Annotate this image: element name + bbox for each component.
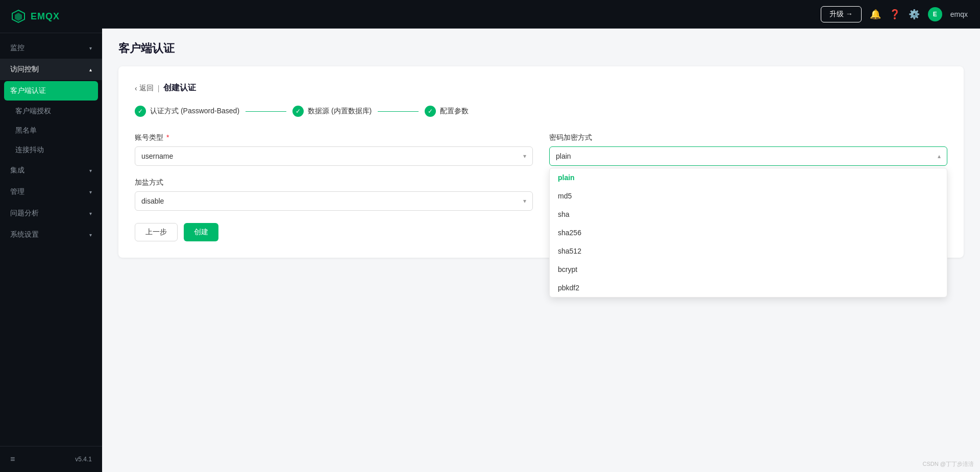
password-hash-label: 密码加密方式 — [549, 133, 947, 142]
sidebar-item-diagnosis[interactable]: 问题分析 ▾ — [0, 203, 102, 224]
settings-icon[interactable]: ⚙️ — [909, 9, 920, 20]
option-bcrypt[interactable]: bcrypt — [550, 260, 947, 279]
option-md5[interactable]: md5 — [550, 187, 947, 205]
upgrade-button[interactable]: 升级 → — [821, 6, 862, 22]
svg-marker-1 — [15, 13, 22, 21]
page-title: 客户端认证 — [118, 41, 964, 56]
salt-method-label: 加盐方式 — [135, 178, 533, 187]
chevron-down-icon: ▾ — [89, 45, 92, 51]
password-hash-group: 密码加密方式 plain ▴ plain md5 sha sha256 sha5… — [549, 133, 947, 166]
step-1-icon: ✓ — [135, 106, 146, 117]
steps-indicator: ✓ 认证方式 (Password-Based) ✓ 数据源 (内置数据库) ✓ … — [135, 106, 947, 117]
breadcrumb: ‹ 返回 | 创建认证 — [135, 83, 947, 93]
sidebar-item-integration[interactable]: 集成 ▾ — [0, 160, 102, 181]
chevron-left-icon: ‹ — [135, 84, 137, 92]
sidebar-item-rate-limit[interactable]: 连接抖动 — [0, 140, 102, 160]
create-button[interactable]: 创建 — [184, 223, 218, 241]
step-2-label: 数据源 (内置数据库) — [308, 107, 372, 116]
sidebar-item-blacklist[interactable]: 黑名单 — [0, 121, 102, 140]
sidebar-item-management[interactable]: 管理 ▾ — [0, 181, 102, 203]
chevron-down-icon: ▾ — [89, 232, 92, 238]
option-sha256[interactable]: sha256 — [550, 223, 947, 242]
salt-method-group: 加盐方式 disable ▾ — [135, 178, 533, 211]
sidebar: EMQX 监控 ▾ 访问控制 ▴ 客户端认证 客户端授权 黑名单 连接抖动 集成… — [0, 0, 102, 472]
logo-area: EMQX — [0, 0, 102, 33]
step-3-icon: ✓ — [425, 106, 436, 117]
sidebar-item-client-authz[interactable]: 客户端授权 — [0, 102, 102, 121]
sidebar-collapse-icon[interactable]: ≡ — [10, 455, 15, 464]
step-2-icon: ✓ — [292, 106, 304, 117]
chevron-down-icon: ▾ — [523, 153, 526, 160]
step-2: ✓ 数据源 (内置数据库) — [292, 106, 372, 117]
password-hash-dropdown: plain md5 sha sha256 sha512 bcrypt pbkdf… — [549, 168, 947, 297]
password-hash-value: plain — [556, 152, 571, 160]
logo-text: EMQX — [31, 11, 60, 22]
salt-method-select[interactable]: disable ▾ — [135, 191, 533, 211]
user-name-label[interactable]: emqx — [950, 10, 968, 18]
option-pbkdf2[interactable]: pbkdf2 — [550, 279, 947, 297]
salt-method-value: disable — [141, 197, 164, 205]
step-1-label: 认证方式 (Password-Based) — [150, 107, 239, 116]
chevron-down-icon: ▾ — [523, 197, 526, 205]
sidebar-item-system[interactable]: 系统设置 ▾ — [0, 224, 102, 245]
chevron-up-icon: ▴ — [89, 67, 92, 72]
breadcrumb-separator: | — [158, 84, 160, 92]
breadcrumb-current: 创建认证 — [163, 83, 196, 93]
chevron-down-icon: ▾ — [89, 211, 92, 216]
watermark: CSDN @丁丁步涪涪 — [923, 460, 974, 468]
password-hash-select[interactable]: plain ▴ — [549, 146, 947, 166]
option-sha512[interactable]: sha512 — [550, 242, 947, 260]
step-connector-1 — [246, 111, 286, 112]
main-card: ‹ 返回 | 创建认证 ✓ 认证方式 (Password-Based) ✓ 数据… — [118, 66, 964, 258]
step-1: ✓ 认证方式 (Password-Based) — [135, 106, 239, 117]
account-type-label: 账号类型 * — [135, 133, 533, 142]
option-sha[interactable]: sha — [550, 205, 947, 223]
sidebar-item-monitor[interactable]: 监控 ▾ — [0, 37, 102, 59]
sidebar-nav: 监控 ▾ 访问控制 ▴ 客户端认证 客户端授权 黑名单 连接抖动 集成 ▾ 管理… — [0, 33, 102, 446]
step-3: ✓ 配置参数 — [425, 106, 469, 117]
help-icon[interactable]: ❓ — [889, 9, 900, 20]
sidebar-item-client-auth[interactable]: 客户端认证 — [4, 81, 98, 101]
account-type-value: username — [141, 152, 173, 160]
version-label: v5.4.1 — [75, 456, 92, 463]
sidebar-item-access-control[interactable]: 访问控制 ▴ — [0, 59, 102, 80]
step-connector-2 — [378, 111, 419, 112]
chevron-down-icon: ▾ — [89, 168, 92, 173]
option-plain[interactable]: plain — [550, 168, 947, 187]
step-3-label: 配置参数 — [440, 107, 469, 116]
main-area: 升级 → 🔔 ❓ ⚙️ E emqx 客户端认证 ‹ 返回 | 创建认证 ✓ 认 — [102, 0, 980, 472]
emqx-logo-icon — [10, 8, 27, 24]
back-step-button[interactable]: 上一步 — [135, 223, 178, 241]
user-avatar: E — [928, 7, 942, 21]
sidebar-footer: ≡ v5.4.1 — [0, 446, 102, 472]
required-marker: * — [166, 133, 169, 141]
chevron-down-icon: ▾ — [89, 189, 92, 195]
content-area: 客户端认证 ‹ 返回 | 创建认证 ✓ 认证方式 (Password-Based… — [102, 29, 980, 472]
chevron-up-icon: ▴ — [938, 153, 941, 160]
form-row-1: 账号类型 * username ▾ 密码加密方式 plain ▴ — [135, 133, 947, 166]
bell-icon[interactable]: 🔔 — [870, 9, 881, 20]
account-type-select[interactable]: username ▾ — [135, 146, 533, 166]
back-button[interactable]: ‹ 返回 — [135, 84, 154, 93]
header: 升级 → 🔔 ❓ ⚙️ E emqx — [102, 0, 980, 29]
account-type-group: 账号类型 * username ▾ — [135, 133, 533, 166]
